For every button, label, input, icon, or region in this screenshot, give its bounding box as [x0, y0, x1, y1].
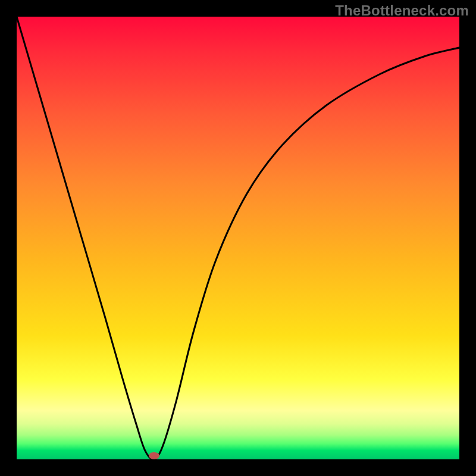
watermark-text: TheBottleneck.com	[335, 2, 469, 19]
bottleneck-curve	[17, 17, 459, 459]
chart-frame: TheBottleneck.com	[0, 0, 476, 476]
optimal-point-marker	[149, 452, 159, 459]
plot-area	[17, 17, 459, 459]
